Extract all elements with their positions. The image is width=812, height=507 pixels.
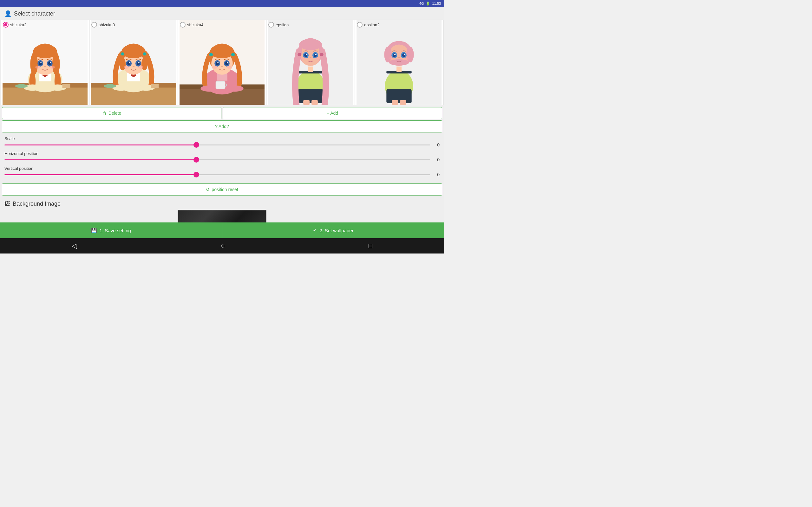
character-label-shizuku2: shizuku2 [3, 22, 26, 27]
svg-point-101 [306, 54, 307, 55]
navigation-bar: ◁ ○ □ [0, 238, 444, 253]
svg-point-51 [124, 66, 129, 69]
svg-point-24 [50, 66, 55, 69]
background-image-title: Background Image [13, 201, 61, 207]
vertical-slider[interactable] [4, 174, 430, 175]
svg-point-55 [104, 84, 116, 88]
svg-rect-87 [303, 72, 306, 88]
main-content: 👤 Select character shizuku2 [0, 7, 444, 222]
svg-point-50 [133, 66, 135, 67]
horizontal-value: 0 [433, 157, 440, 162]
scale-slider[interactable] [4, 145, 430, 146]
svg-point-75 [225, 61, 229, 65]
signal-indicator: 4G [419, 2, 424, 5]
save-icon: 💾 [91, 228, 97, 233]
svg-point-12 [30, 53, 38, 75]
time-display: 11:53 [432, 2, 441, 5]
svg-rect-28 [62, 84, 70, 88]
character-name-epsilon2: epsilon2 [364, 22, 379, 27]
character-name-shizuku3: shizuku3 [99, 22, 115, 27]
horizontal-label: Horizontal position [4, 151, 440, 156]
svg-point-52 [138, 66, 143, 69]
svg-point-71 [231, 53, 235, 56]
horizontal-row: Horizontal position 0 [4, 151, 440, 162]
svg-point-99 [304, 53, 307, 57]
character-card-shizuku4[interactable]: shizuku4 [178, 20, 266, 105]
status-bar: 4G 🔋 11:53 [0, 0, 444, 7]
svg-point-125 [394, 54, 396, 55]
svg-point-70 [209, 53, 213, 56]
back-button[interactable]: ◁ [72, 242, 77, 250]
delete-label: Delete [108, 111, 121, 116]
scale-label: Scale [4, 136, 440, 141]
position-reset-label: position reset [212, 187, 238, 192]
svg-rect-88 [315, 72, 318, 88]
svg-point-35 [132, 74, 135, 77]
character-name-shizuku2: shizuku2 [10, 22, 26, 27]
svg-rect-56 [151, 84, 159, 88]
save-setting-button[interactable]: 💾 1. Save setting [0, 222, 222, 238]
select-character-title: Select character [14, 10, 55, 17]
svg-rect-112 [403, 72, 406, 88]
character-card-epsilon[interactable]: epsilon [266, 20, 355, 105]
svg-point-126 [404, 54, 405, 55]
add-button[interactable]: + Add [223, 107, 442, 119]
svg-point-124 [402, 53, 405, 57]
svg-point-119 [406, 47, 414, 62]
radio-shizuku2 [3, 22, 9, 27]
character-name-epsilon: epsilon [275, 22, 289, 27]
svg-rect-114 [397, 66, 402, 72]
horizontal-slider-container: 0 [4, 157, 440, 162]
check-icon: ✓ [313, 228, 317, 233]
character-card-shizuku3[interactable]: shizuku3 [90, 20, 178, 105]
delete-add-row: 🗑 Delete + Add [2, 107, 442, 119]
character-card-epsilon2[interactable]: epsilon2 [355, 20, 443, 105]
set-wallpaper-button[interactable]: ✓ 2. Set wallpaper [222, 222, 444, 238]
svg-point-120 [389, 59, 409, 66]
svg-point-129 [404, 57, 409, 60]
character-grid: shizuku2 [1, 20, 444, 105]
svg-point-76 [217, 62, 218, 63]
svg-point-49 [138, 62, 140, 63]
add-query-label: Add? [218, 124, 229, 129]
svg-point-94 [299, 39, 322, 50]
recents-button[interactable]: □ [368, 242, 372, 250]
character-label-epsilon: epsilon [268, 22, 289, 27]
svg-rect-130 [392, 100, 398, 105]
character-label-shizuku4: shizuku4 [180, 22, 203, 27]
svg-rect-83 [216, 81, 225, 89]
background-image-preview[interactable] [177, 210, 266, 222]
radio-epsilon2 [357, 22, 362, 27]
svg-point-20 [40, 62, 42, 63]
svg-point-77 [227, 62, 228, 63]
select-character-header: 👤 Select character [0, 7, 444, 20]
svg-point-39 [121, 44, 145, 58]
svg-point-13 [52, 53, 60, 75]
svg-point-105 [315, 57, 320, 60]
position-reset-button[interactable]: ↺ position reset [2, 183, 442, 195]
svg-rect-131 [400, 100, 406, 105]
vertical-value: 0 [433, 172, 440, 177]
horizontal-slider[interactable] [4, 159, 430, 160]
svg-point-78 [221, 66, 223, 67]
character-name-shizuku4: shizuku4 [187, 22, 203, 27]
add-label: + Add [327, 111, 338, 116]
svg-point-23 [35, 66, 40, 69]
add-query-button[interactable]: ? Add? [2, 120, 442, 132]
svg-point-102 [315, 54, 316, 55]
svg-point-80 [227, 66, 232, 69]
svg-rect-90 [308, 66, 313, 72]
question-icon: ? [215, 124, 217, 129]
background-image-section: 🖼 Background Image [0, 199, 444, 222]
image-icon: 🖼 [4, 201, 10, 207]
svg-point-118 [384, 47, 392, 62]
delete-button[interactable]: 🗑 Delete [2, 107, 221, 119]
svg-point-123 [393, 53, 396, 57]
character-card-shizuku2[interactable]: shizuku2 [1, 20, 90, 105]
background-image-header: 🖼 Background Image [4, 201, 440, 207]
character-label-shizuku3: shizuku3 [91, 22, 115, 27]
svg-point-96 [320, 53, 323, 56]
svg-point-57 [120, 52, 124, 55]
home-button[interactable]: ○ [220, 242, 224, 250]
svg-point-47 [137, 61, 140, 65]
